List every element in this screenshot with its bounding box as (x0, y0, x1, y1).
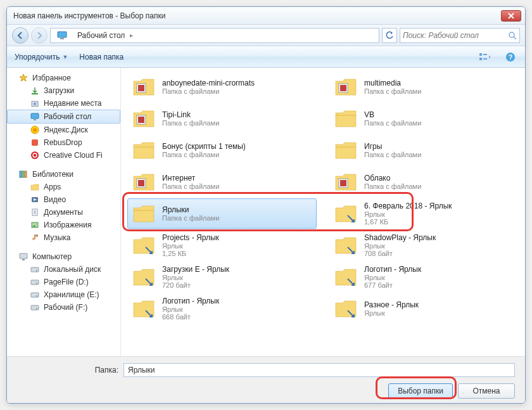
file-item[interactable]: VBПапка с файлами (329, 103, 519, 134)
dialog-body: Избранное ЗагрузкиНедавние местаРабочий … (7, 68, 525, 356)
forward-button[interactable] (31, 27, 48, 44)
file-name: multimedia (364, 79, 514, 87)
sidebar-item[interactable]: Музыка (7, 231, 120, 244)
svg-rect-1 (60, 38, 64, 39)
search-box[interactable] (400, 28, 520, 43)
file-name: Ярлыки (162, 205, 312, 214)
folder-name-input[interactable] (124, 363, 515, 377)
svg-rect-0 (58, 32, 66, 37)
folder-icon (132, 75, 156, 99)
sidebar-item[interactable]: Локальный диск (7, 263, 120, 276)
tree-icon (30, 220, 40, 230)
breadcrumb[interactable]: Рабочий стол ▸ (50, 28, 379, 43)
folder-icon (132, 170, 156, 194)
svg-rect-25 (22, 259, 25, 260)
file-item[interactable]: 6. Февраль 2018 - ЯрлыкЯрлык1,67 КБ (329, 198, 519, 229)
file-type: Ярлык (162, 242, 312, 250)
file-item[interactable]: Логотип - ЯрлыкЯрлык677 байт (329, 262, 519, 292)
help-button[interactable]: ? (504, 50, 517, 64)
sidebar-item[interactable]: Рабочий (F:) (7, 301, 120, 314)
organize-menu[interactable]: Упорядочить ▼ (15, 53, 68, 61)
file-item[interactable]: Tipi-LinkПапка с файлами (127, 103, 317, 134)
sidebar-favorites-group: Избранное ЗагрузкиНедавние местаРабочий … (7, 72, 120, 162)
file-item[interactable]: Разное - ЯрлыкЯрлык (329, 293, 519, 324)
cancel-button[interactable]: Отмена (458, 383, 515, 399)
sidebar-item[interactable]: Изображения (7, 219, 120, 231)
tree-icon (30, 277, 40, 287)
view-icon (479, 53, 491, 61)
svg-rect-39 (138, 117, 144, 123)
title-bar: Новая панель инструментов - Выбор папки (7, 7, 525, 25)
close-button[interactable] (501, 10, 521, 22)
refresh-button[interactable] (382, 28, 397, 43)
file-name: Tipi-Link (162, 110, 312, 119)
sidebar-libraries-group: Библиотеки AppsВидеоДокументыИзображения… (7, 168, 120, 244)
file-item[interactable]: ИгрыПапка с файлами (329, 135, 519, 165)
sidebar-favorites-header[interactable]: Избранное (7, 72, 120, 84)
file-type: Ярлык (364, 309, 514, 317)
svg-rect-14 (32, 139, 38, 146)
sidebar-item[interactable]: Apps (7, 181, 120, 193)
sidebar-computer-header[interactable]: Компьютер (7, 250, 120, 263)
sidebar-item[interactable]: RebusDrop (7, 136, 120, 149)
back-button[interactable] (12, 27, 28, 44)
libraries-icon (18, 169, 28, 179)
tree-icon (30, 264, 40, 274)
file-item[interactable]: Загрузки Е - ЯрлыкЯрлык720 байт (127, 262, 317, 292)
file-item[interactable]: ЯрлыкиПапка с файлами (127, 198, 317, 229)
sidebar-item-label: Видео (44, 195, 66, 204)
file-item[interactable]: Бонус (скрипты 1 темы)Папка с файлами (127, 135, 317, 165)
sidebar-item-label: Рабочий (F:) (44, 303, 87, 312)
file-type: Папка с файлами (162, 119, 312, 127)
sidebar-item-label: Недавние места (44, 99, 101, 108)
sidebar-item-label: Музыка (44, 233, 70, 242)
sidebar-item[interactable]: Загрузки (7, 84, 120, 97)
navigation-bar: Рабочий стол ▸ (7, 25, 525, 46)
file-size: 677 байт (364, 281, 514, 289)
search-input[interactable] (403, 31, 508, 40)
file-item[interactable]: ShadowPlay - ЯрлыкЯрлык708 байт (329, 230, 519, 260)
file-name: Projects - Ярлык (162, 233, 312, 242)
file-item[interactable]: ИнтернетПапка с файлами (127, 167, 317, 197)
sidebar-item[interactable]: PageFile (D:) (7, 276, 120, 288)
sidebar-computer-group: Компьютер Локальный дискPageFile (D:)Хра… (7, 250, 120, 314)
breadcrumb-arrow-icon: ▸ (130, 32, 133, 39)
file-item[interactable]: anboynedate-mini-crormatsПапка с файлами (127, 72, 317, 102)
svg-point-15 (31, 151, 39, 159)
folder-icon (334, 233, 358, 257)
sidebar-item[interactable]: Хранилище (E:) (7, 288, 120, 301)
sidebar-libraries-header[interactable]: Библиотеки (7, 168, 120, 181)
file-item[interactable]: multimediaПапка с файлами (329, 72, 519, 102)
sidebar-item[interactable]: ЯЯндекс.Диск (7, 124, 120, 136)
sidebar-item[interactable]: Creative Cloud Fi (7, 149, 120, 162)
sidebar-item[interactable]: Недавние места (7, 97, 120, 110)
file-name: Логотип - Ярлык (162, 297, 312, 305)
file-size: 1,25 КБ (162, 250, 312, 257)
folder-icon (334, 138, 358, 162)
svg-rect-10 (31, 113, 39, 119)
file-size: 1,67 КБ (364, 218, 514, 226)
file-item[interactable]: Projects - ЯрлыкЯрлык1,25 КБ (127, 230, 317, 260)
file-item[interactable]: Логотип - ЯрлыкЯрлык668 байт (127, 293, 317, 324)
sidebar-item[interactable]: Рабочий стол (7, 110, 120, 124)
file-size: 668 байт (162, 313, 312, 321)
breadcrumb-desktop-icon[interactable] (52, 29, 72, 42)
svg-rect-28 (31, 280, 39, 285)
sidebar-item[interactable]: Видео (7, 193, 120, 206)
breadcrumb-segment[interactable]: Рабочий стол (72, 29, 130, 42)
sidebar-item-label: Загрузки (44, 86, 74, 95)
close-icon (508, 13, 514, 19)
select-folder-button[interactable]: Выбор папки (388, 383, 453, 399)
file-pane[interactable]: anboynedate-mini-crormatsПапка с файлами… (121, 68, 525, 356)
folder-icon (334, 106, 358, 131)
svg-point-9 (34, 103, 36, 105)
sidebar-item[interactable]: Документы (7, 206, 120, 219)
sidebar-item-label: Изображения (44, 221, 91, 229)
new-folder-button[interactable]: Новая папка (79, 53, 124, 61)
view-button[interactable] (478, 50, 492, 64)
tree-icon (30, 195, 40, 205)
folder-icon (334, 202, 358, 226)
computer-icon (18, 252, 28, 262)
help-icon: ? (505, 52, 516, 62)
file-item[interactable]: ОблакоПапка с файлами (329, 167, 519, 197)
